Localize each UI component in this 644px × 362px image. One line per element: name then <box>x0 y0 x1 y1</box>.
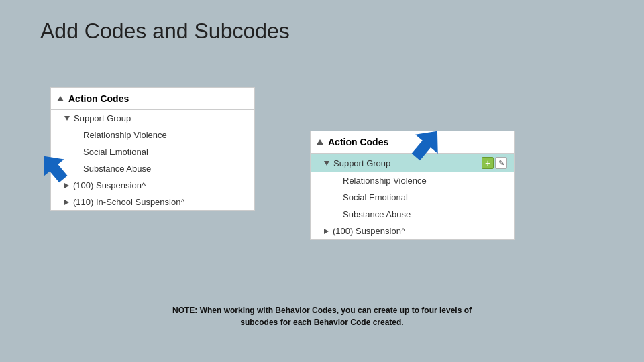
right-blue-arrow <box>411 127 451 168</box>
collapse-icon <box>64 200 69 205</box>
left-panel-header: Action Codes <box>51 88 254 110</box>
collapse-icon-left <box>57 96 64 101</box>
note-line1: NOTE: When working with Behavior Codes, … <box>172 306 472 315</box>
left-in-school-suspension-label: (110) In-School Suspension^ <box>73 197 185 207</box>
right-social-emotional: Social Emotional <box>311 189 514 206</box>
right-suspension-label: (100) Suspension^ <box>333 226 405 236</box>
note-line2: subcodes for each Behavior Code created. <box>240 318 403 327</box>
left-relationship-violence: Relationship Violence <box>51 127 254 143</box>
collapse-icon-right <box>317 139 323 145</box>
expand-icon-right <box>324 161 329 166</box>
right-support-group-label: Support Group <box>333 158 482 168</box>
left-panel: Action Codes Support Group Relationship … <box>50 87 255 211</box>
left-blue-arrow <box>39 146 76 183</box>
edit-icon[interactable]: ✎ <box>495 157 507 169</box>
left-support-group-label: Support Group <box>74 113 131 123</box>
left-support-group-item[interactable]: Support Group <box>51 110 254 127</box>
collapse-icon <box>64 183 69 188</box>
collapse-icon-r <box>324 229 329 234</box>
left-in-school-suspension-item[interactable]: (110) In-School Suspension^ <box>51 194 254 210</box>
right-suspension-item[interactable]: (100) Suspension^ <box>311 223 514 239</box>
right-panel-title: Action Codes <box>328 137 388 147</box>
left-suspension-item[interactable]: (100) Suspension^ <box>51 177 254 194</box>
left-substance-abuse: Substance Abuse <box>51 160 254 177</box>
svg-marker-0 <box>39 147 74 183</box>
note-section: NOTE: When working with Behavior Codes, … <box>101 304 543 328</box>
right-substance-abuse: Substance Abuse <box>311 206 514 223</box>
left-panel-title: Action Codes <box>68 93 129 104</box>
right-relationship-violence: Relationship Violence <box>311 172 514 189</box>
left-suspension-label: (100) Suspension^ <box>73 180 146 190</box>
page-title: Add Codes and Subcodes <box>40 19 290 44</box>
left-social-emotional: Social Emotional <box>51 143 254 160</box>
expand-icon <box>64 116 70 121</box>
svg-marker-1 <box>411 127 449 166</box>
add-icon[interactable]: + <box>482 157 494 169</box>
